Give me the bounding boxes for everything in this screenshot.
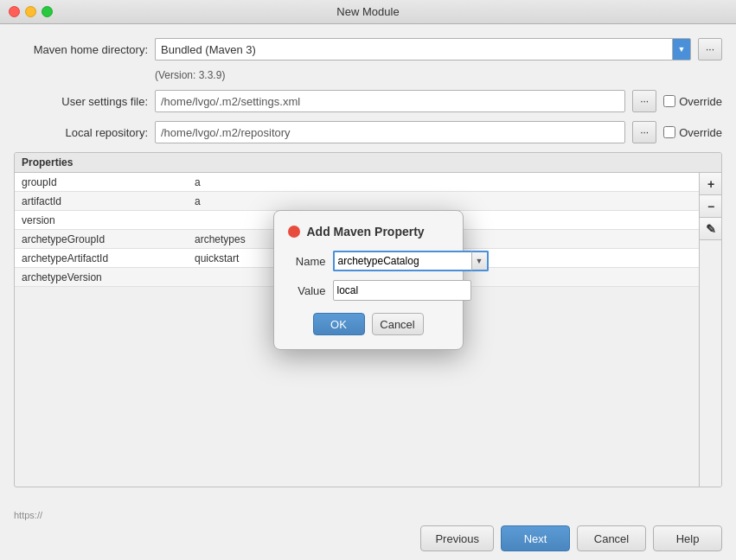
dialog-name-dropdown-btn[interactable]: ▼ <box>471 251 489 271</box>
dialog-value-input[interactable] <box>333 280 471 301</box>
add-maven-property-dialog: Add Maven Property Name ▼ Value OK Cance… <box>273 210 464 350</box>
dialog-cancel-button[interactable]: Cancel <box>372 313 424 335</box>
dialog-title-row: Add Maven Property <box>288 225 449 239</box>
dialog-name-row: Name ▼ <box>288 251 449 271</box>
dialog-title: Add Maven Property <box>307 225 425 239</box>
dialog-buttons: OK Cancel <box>288 313 449 335</box>
dialog-close-dot[interactable] <box>288 226 300 238</box>
dialog-name-label: Name <box>288 255 326 268</box>
dialog-ok-button[interactable]: OK <box>313 313 365 335</box>
dialog-name-combo: ▼ <box>333 251 489 271</box>
dialog-overlay: Add Maven Property Name ▼ Value OK Cance… <box>0 0 736 560</box>
dialog-name-input[interactable] <box>333 251 471 271</box>
dialog-value-label: Value <box>288 284 326 297</box>
dialog-value-row: Value <box>288 280 449 301</box>
